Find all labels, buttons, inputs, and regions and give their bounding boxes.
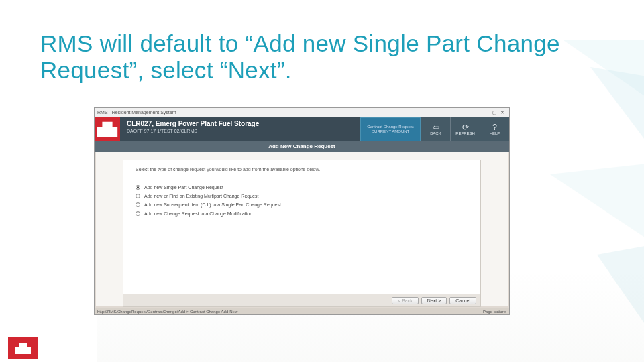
usace-logo xyxy=(95,117,120,141)
svg-marker-1 xyxy=(590,67,644,174)
radio-icon xyxy=(136,211,140,216)
option-label: Add new Single Part Change Request xyxy=(144,185,223,190)
status-page-options[interactable]: Page options xyxy=(483,310,506,314)
window-title-text: RMS - Resident Management System xyxy=(97,110,176,115)
svg-marker-2 xyxy=(550,161,644,255)
form-intro-text: Select the type of change request you wo… xyxy=(136,167,468,172)
svg-marker-0 xyxy=(564,40,644,114)
app-header: CLR027, Emerg Power Plant Fuel Storage D… xyxy=(95,117,509,141)
refresh-label: REFRESH xyxy=(455,131,475,135)
contract-subtitle: DAOFF 97 17 1/TEST 02/CLRMS xyxy=(127,129,354,133)
svg-marker-3 xyxy=(597,241,644,362)
slide-title: RMS will default to “Add new Single Part… xyxy=(40,30,564,84)
refresh-button[interactable]: ⟳ REFRESH xyxy=(450,117,480,141)
refresh-icon: ⟳ xyxy=(462,123,469,131)
option-change-modification[interactable]: Add new Change Request to a Change Modif… xyxy=(136,211,468,216)
rms-application-window: RMS - Resident Management System — ▢ ✕ C… xyxy=(94,107,510,315)
summary-box[interactable]: Contract Change Request CURRENT AMOUNT xyxy=(360,117,421,141)
help-label: HELP xyxy=(490,131,500,135)
option-label: Add new Subsequent Item (C.I.) to a Sing… xyxy=(144,202,281,207)
contract-title: CLR027, Emerg Power Plant Fuel Storage xyxy=(127,120,354,127)
option-label: Add new or Find an Existing Multipart Ch… xyxy=(144,194,258,198)
wizard-footer: < Back Next > Cancel xyxy=(123,294,481,307)
option-single-part[interactable]: Add new Single Part Change Request xyxy=(136,185,468,190)
radio-icon xyxy=(136,202,140,207)
slide-corner-logo xyxy=(8,337,38,359)
header-actions: Contract Change Request CURRENT AMOUNT ⇦… xyxy=(360,117,509,141)
back-button[interactable]: ⇦ BACK xyxy=(421,117,450,141)
app-header-main: CLR027, Emerg Power Plant Fuel Storage D… xyxy=(120,117,360,141)
back-label: BACK xyxy=(430,131,441,135)
option-multipart[interactable]: Add new or Find an Existing Multipart Ch… xyxy=(136,194,468,198)
status-path: http://RMS/ChangeRequest/ContractChange/… xyxy=(97,310,237,314)
content-area: Select the type of change request you wo… xyxy=(96,152,508,306)
back-arrow-icon: ⇦ xyxy=(433,123,439,131)
wizard-back-button[interactable]: < Back xyxy=(392,297,419,304)
help-icon: ? xyxy=(492,123,497,131)
wizard-next-button[interactable]: Next > xyxy=(421,297,447,304)
help-button[interactable]: ? HELP xyxy=(480,117,509,141)
section-title: Add New Change Request xyxy=(95,141,509,152)
option-label: Add new Change Request to a Change Modif… xyxy=(144,211,252,216)
window-close-button[interactable]: ✕ xyxy=(498,110,506,115)
status-bar: http://RMS/ChangeRequest/ContractChange/… xyxy=(95,308,509,314)
summary-box-line1: Contract Change Request xyxy=(367,125,413,129)
radio-icon xyxy=(136,194,140,198)
option-subsequent-item[interactable]: Add new Subsequent Item (C.I.) to a Sing… xyxy=(136,202,468,207)
radio-icon xyxy=(136,185,140,190)
wizard-cancel-button[interactable]: Cancel xyxy=(449,297,476,304)
window-maximize-button[interactable]: ▢ xyxy=(490,110,498,115)
summary-box-line2: CURRENT AMOUNT xyxy=(372,129,410,134)
window-titlebar: RMS - Resident Management System — ▢ ✕ xyxy=(95,108,509,117)
form-panel: Select the type of change request you wo… xyxy=(123,160,481,300)
window-minimize-button[interactable]: — xyxy=(482,110,490,115)
